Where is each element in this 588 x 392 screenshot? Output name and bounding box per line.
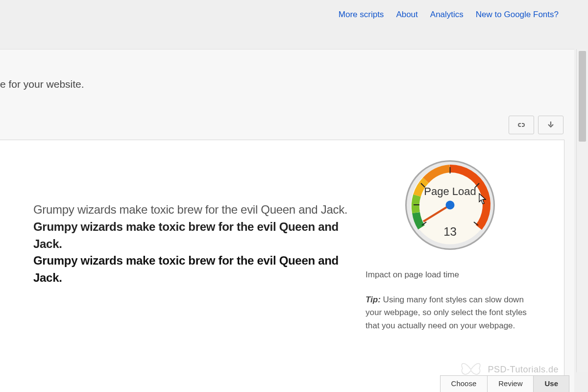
svg-point-9 <box>446 201 455 210</box>
scrollbar-thumb[interactable] <box>579 51 586 142</box>
content-panel: Grumpy wizards make toxic brew for the e… <box>0 140 564 392</box>
step-tabs: Choose Review Use <box>440 375 569 392</box>
watermark-text: PSD-Tutorials.de <box>488 365 559 375</box>
link-button[interactable] <box>509 116 534 134</box>
action-button-row <box>509 116 564 134</box>
top-nav: More scripts About Analytics New to Goog… <box>339 10 559 20</box>
tip-text: Tip: Using many font styles can slow dow… <box>366 294 535 332</box>
sample-line-bold: Grumpy wizards make toxic brew for the e… <box>33 252 366 287</box>
page-subtitle-fragment: e for your website. <box>0 78 84 90</box>
download-button[interactable] <box>538 116 564 134</box>
nav-more-scripts[interactable]: More scripts <box>339 10 384 20</box>
vertical-scrollbar[interactable] <box>576 49 588 372</box>
link-icon <box>516 122 527 128</box>
tab-review[interactable]: Review <box>488 376 534 392</box>
tab-use[interactable]: Use <box>534 376 569 392</box>
tip-body: Using many font styles can slow down you… <box>366 295 527 330</box>
nav-new-to-google-fonts[interactable]: New to Google Fonts? <box>476 10 559 20</box>
gauge-label: Page Load <box>424 185 476 197</box>
sample-line-light: Grumpy wizards make toxic brew for the e… <box>33 201 366 219</box>
tab-choose[interactable]: Choose <box>441 376 488 392</box>
nav-analytics[interactable]: Analytics <box>430 10 464 20</box>
tip-prefix: Tip: <box>366 295 381 304</box>
font-samples: Grumpy wizards make toxic brew for the e… <box>33 201 366 372</box>
impact-label: Impact on page load time <box>366 270 459 280</box>
gauge-value: 13 <box>443 225 457 238</box>
nav-about[interactable]: About <box>396 10 417 20</box>
sample-line-semibold: Grumpy wizards make toxic brew for the e… <box>33 219 366 253</box>
load-sidebar: Page Load 13 Impact on page load time Ti… <box>366 160 535 372</box>
download-arrow-icon <box>547 122 554 128</box>
mouse-cursor-icon <box>479 193 488 205</box>
page-load-gauge: Page Load 13 <box>405 160 495 250</box>
